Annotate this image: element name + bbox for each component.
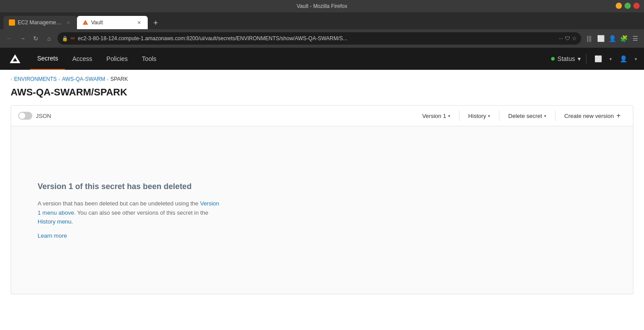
menu-icon[interactable]: ☰ bbox=[631, 34, 640, 43]
app-logo[interactable] bbox=[7, 51, 23, 67]
toolbar-actions: Version 1 ▾ History ▾ Delete secret ▾ Cr… bbox=[417, 109, 626, 122]
nav-divider bbox=[586, 53, 586, 64]
version-label: Version 1 bbox=[422, 113, 446, 119]
deleted-message: Version 1 of this secret has been delete… bbox=[38, 181, 223, 239]
reload-button[interactable]: ↻ bbox=[31, 34, 41, 43]
nav-policies[interactable]: Policies bbox=[100, 48, 135, 70]
json-toggle[interactable]: JSON bbox=[18, 112, 51, 120]
delete-label: Delete secret bbox=[508, 113, 542, 119]
browser-addressbar: ← → ↻ ⌂ 🔒 ✏ ec2-3-80-18-124.compute-1.am… bbox=[0, 29, 644, 48]
security-icon: 🔒 bbox=[62, 36, 68, 42]
json-toggle-switch[interactable] bbox=[18, 112, 32, 120]
browser-titlebar: Vault - Mozilla Firefox bbox=[0, 0, 644, 12]
vault-triangle-icon bbox=[10, 54, 20, 63]
status-indicator[interactable]: Status ▾ bbox=[551, 55, 581, 62]
split-view-icon[interactable]: ⬜ bbox=[596, 34, 605, 43]
version-button[interactable]: Version 1 ▾ bbox=[417, 110, 455, 122]
extensions-icon[interactable]: 🧩 bbox=[619, 34, 628, 43]
breadcrumb-sep-left-1: ‹ bbox=[11, 76, 12, 82]
nav-tools[interactable]: Tools bbox=[135, 48, 164, 70]
profile-icon[interactable]: 👤 bbox=[608, 34, 617, 43]
breadcrumb-sep-3: ‹ bbox=[107, 76, 109, 82]
breadcrumb-spark: SPARK bbox=[110, 76, 128, 82]
secret-toolbar: JSON Version 1 ▾ History ▾ Delete secret… bbox=[11, 105, 633, 126]
version-menu-link[interactable]: Version 1 menu above bbox=[38, 200, 219, 216]
delete-button[interactable]: Delete secret ▾ bbox=[503, 110, 552, 122]
bookmark-shield-icon[interactable]: 🛡 bbox=[565, 35, 570, 42]
tab-vault-close[interactable]: ✕ bbox=[135, 19, 142, 26]
status-dot bbox=[551, 57, 555, 61]
deleted-body: A version that has been deleted but can … bbox=[38, 199, 223, 227]
bookmarks-icon[interactable]: ||| bbox=[585, 34, 594, 43]
secret-content: Version 1 of this secret has been delete… bbox=[11, 126, 633, 294]
tab-ec2-label: EC2 Management Conso bbox=[18, 19, 62, 26]
deleted-title: Version 1 of this secret has been delete… bbox=[38, 181, 223, 192]
more-icon[interactable]: ··· bbox=[559, 35, 563, 42]
create-version-label: Create new version bbox=[564, 113, 614, 119]
user-icon[interactable]: 👤 bbox=[617, 53, 629, 65]
tab-ec2[interactable]: EC2 Management Conso ✕ bbox=[4, 16, 77, 29]
toolbar-divider-1 bbox=[459, 110, 460, 121]
terminal-icon[interactable]: ⬜ bbox=[592, 53, 604, 65]
tab-vault-label: Vault bbox=[91, 19, 103, 26]
json-label: JSON bbox=[36, 113, 51, 119]
history-menu-link[interactable]: History menu bbox=[38, 218, 72, 225]
create-version-plus-icon: + bbox=[617, 112, 621, 120]
user-dropdown[interactable]: ▾ bbox=[635, 57, 637, 61]
breadcrumb-environments[interactable]: ENVIRONMENTS bbox=[14, 76, 57, 82]
forward-button[interactable]: → bbox=[18, 34, 27, 43]
history-label: History bbox=[468, 113, 486, 119]
breadcrumb: ‹ ENVIRONMENTS ‹ AWS-QA-SWARM ‹ SPARK bbox=[0, 70, 644, 85]
vault-tab-favicon bbox=[82, 19, 88, 26]
history-button[interactable]: History ▾ bbox=[463, 110, 495, 122]
new-tab-button[interactable]: + bbox=[150, 17, 162, 29]
history-chevron-icon: ▾ bbox=[488, 114, 490, 118]
app-navbar: Secrets Access Policies Tools Status ▾ ⬜… bbox=[0, 48, 644, 70]
minimize-btn[interactable] bbox=[616, 3, 622, 9]
page-title: AWS-QA-SWARM/SPARK bbox=[0, 85, 644, 105]
main-nav: Secrets Access Policies Tools bbox=[30, 48, 164, 70]
status-chevron-icon: ▾ bbox=[578, 55, 581, 62]
back-button[interactable]: ← bbox=[4, 34, 14, 43]
edit-icon: ✏ bbox=[71, 35, 75, 42]
toolbar-divider-3 bbox=[555, 110, 556, 121]
star-icon[interactable]: ☆ bbox=[572, 35, 577, 42]
home-button[interactable]: ⌂ bbox=[44, 34, 54, 43]
browser-tabs: EC2 Management Conso ✕ Vault ✕ + bbox=[0, 12, 644, 29]
ec2-favicon bbox=[9, 19, 15, 26]
version-chevron-icon: ▾ bbox=[448, 114, 450, 118]
tab-ec2-close[interactable]: ✕ bbox=[65, 19, 72, 26]
breadcrumb-sep-2: ‹ bbox=[58, 76, 60, 82]
create-version-button[interactable]: Create new version + bbox=[559, 109, 626, 122]
tab-vault[interactable]: Vault ✕ bbox=[77, 16, 148, 29]
learn-more-link[interactable]: Learn more bbox=[38, 232, 67, 239]
delete-chevron-icon: ▾ bbox=[544, 114, 546, 118]
address-text: ec2-3-80-18-124.compute-1.amazonaws.com:… bbox=[78, 35, 556, 42]
breadcrumb-aws-qa-swarm[interactable]: AWS-QA-SWARM bbox=[62, 76, 105, 82]
page-content: ‹ ENVIRONMENTS ‹ AWS-QA-SWARM ‹ SPARK AW… bbox=[0, 70, 644, 330]
address-bar[interactable]: 🔒 ✏ ec2-3-80-18-124.compute-1.amazonaws.… bbox=[58, 32, 581, 45]
maximize-btn[interactable] bbox=[625, 3, 631, 9]
nav-secrets[interactable]: Secrets bbox=[30, 48, 65, 70]
status-label: Status bbox=[557, 55, 575, 62]
nav-access[interactable]: Access bbox=[65, 48, 99, 70]
nav-right: Status ▾ ⬜ ▾ 👤 ▾ bbox=[551, 53, 637, 65]
toolbar-divider-2 bbox=[499, 110, 499, 121]
close-btn[interactable] bbox=[633, 3, 640, 9]
address-actions: ··· 🛡 ☆ bbox=[559, 35, 577, 42]
browser-toolbar-right: ||| ⬜ 👤 🧩 ☰ bbox=[585, 34, 640, 43]
browser-title: Vault - Mozilla Firefox bbox=[297, 3, 347, 9]
terminal-dropdown[interactable]: ▾ bbox=[610, 57, 612, 61]
